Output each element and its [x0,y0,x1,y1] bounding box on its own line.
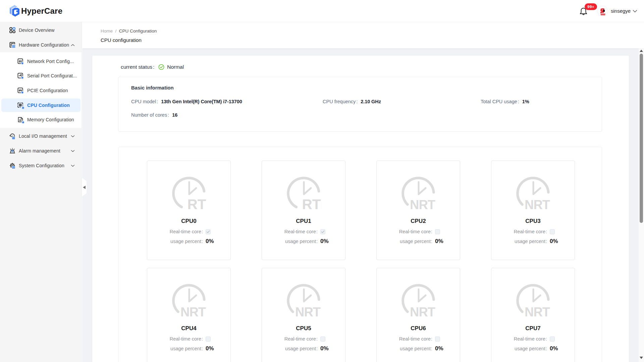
svg-text:NRT: NRT [180,305,206,319]
svg-text:NRT: NRT [410,305,435,319]
svg-text:RT: RT [302,196,321,212]
svg-text:NRT: NRT [525,305,550,319]
svg-text:NRT: NRT [410,198,435,212]
svg-text:RT: RT [187,196,206,212]
svg-text:NRT: NRT [295,305,321,319]
svg-text:NRT: NRT [525,198,550,212]
